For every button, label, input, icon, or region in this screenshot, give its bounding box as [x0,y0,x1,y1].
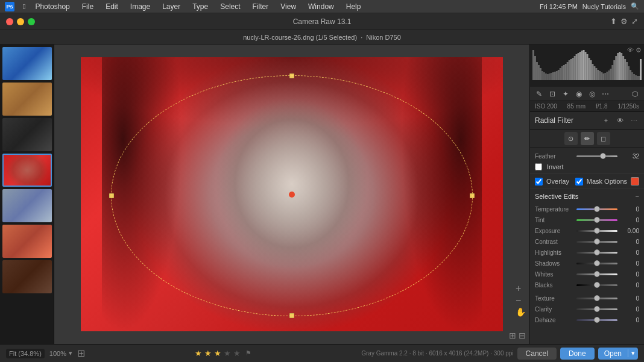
menu-view[interactable]: View [278,1,298,12]
whites-thumb[interactable] [594,271,600,277]
tint-slider-wrap[interactable] [576,216,617,224]
clarity-thumb[interactable] [594,306,600,312]
filmstrip-item[interactable] [2,83,52,116]
menu-filter[interactable]: Filter [250,1,271,12]
temperature-thumb[interactable] [594,206,600,212]
blacks-thumb[interactable] [594,282,600,288]
selective-edits-sliders: Temperature 0 Tint [530,202,644,326]
done-button[interactable]: Done [560,348,595,360]
blacks-slider-wrap[interactable] [576,281,617,289]
texture-slider-wrap[interactable] [576,294,617,302]
star-3[interactable]: ★ [214,349,221,358]
whites-slider-wrap[interactable] [576,270,617,278]
filter-eye-btn[interactable]: 👁 [614,115,625,126]
zoom-in-icon[interactable]: + [516,283,526,294]
filmstrip-item[interactable] [2,47,52,80]
overlay-mask-row: Overlay Mask Options [530,175,644,187]
contrast-thumb[interactable] [594,239,600,245]
zoom-out-icon[interactable]: − [516,295,526,306]
shadows-thumb[interactable] [594,260,600,266]
maximize-button[interactable] [28,18,35,25]
filmstrip-item[interactable] [2,189,52,222]
highlights-thumb[interactable] [594,249,600,255]
exposure-thumb[interactable] [594,228,600,234]
crop-icon[interactable]: ⊡ [547,89,558,99]
more-icon[interactable]: ⋯ [600,89,611,99]
pencil-tool-btn[interactable]: ✏ [581,132,594,145]
mask-color-swatch[interactable] [631,177,639,186]
menu-layer[interactable]: Layer [160,1,183,12]
invert-label[interactable]: Invert [547,163,564,170]
mask-icon[interactable]: ◉ [573,89,584,99]
feather-thumb[interactable] [600,153,606,159]
svg-rect-17 [563,65,565,80]
menu-edit[interactable]: Edit [103,1,121,12]
temperature-slider-wrap[interactable] [576,205,617,213]
status-center: ★ ★ ★ ★ ★ ⚑ [195,349,251,358]
menu-type[interactable]: Type [190,1,210,12]
menu-apple[interactable]:  [23,2,25,11]
texture-thumb[interactable] [594,295,600,301]
brush-tool-btn[interactable]: ⊙ [564,132,578,145]
shadows-slider-wrap[interactable] [576,259,617,267]
minimize-button[interactable] [17,18,24,25]
collapse-icon[interactable]: − [636,193,639,200]
compare-icon[interactable]: ⊟ [519,331,526,340]
filter-more-btn[interactable]: ⋯ [628,115,639,126]
tint-thumb[interactable] [594,217,600,223]
filmstrip-item[interactable] [2,260,52,293]
dehaze-slider-wrap[interactable] [576,316,617,324]
highlights-slider-wrap[interactable] [576,248,617,257]
edit-icon[interactable]: ✎ [534,89,545,99]
star-4[interactable]: ★ [224,349,231,358]
filter-new-btn[interactable]: + [601,115,611,126]
open-dropdown-icon[interactable]: ▾ [628,349,638,357]
invert-checkbox[interactable] [535,163,542,170]
hand-icon[interactable]: ✋ [516,307,526,317]
shutter-speed: 1/1250s [617,103,639,110]
heal-icon[interactable]: ✦ [560,89,571,99]
filmstrip-item-active[interactable] [2,154,52,187]
grid-icon[interactable]: ⊞ [509,331,516,340]
shadows-track [576,263,617,264]
radial-center-dot[interactable] [289,192,295,198]
menu-select[interactable]: Select [218,1,242,12]
dehaze-thumb[interactable] [594,317,600,323]
histogram-settings-icon[interactable]: ⚙ [636,46,642,54]
menu-photoshop[interactable]: Photoshop [33,1,72,12]
flag-icon[interactable]: ⚑ [245,349,251,357]
redeye-icon[interactable]: ◎ [587,89,598,99]
star-2[interactable]: ★ [204,349,212,358]
search-icon[interactable]: 🔍 [631,2,639,10]
eraser-tool-btn[interactable]: ◻ [597,132,610,145]
close-button[interactable] [6,18,13,25]
filmstrip-item[interactable] [2,225,52,258]
star-5[interactable]: ★ [233,349,241,358]
overlay-label[interactable]: Overlay [546,178,569,185]
menu-help[interactable]: Help [344,1,364,12]
selective-edits-header[interactable]: Selective Edits − [530,190,644,202]
star-1[interactable]: ★ [195,349,202,358]
share-icon[interactable]: ⬆ [610,17,617,26]
menu-image[interactable]: Image [128,1,153,12]
highlights-row: Highlights 0 [530,247,644,258]
mask-options-label[interactable]: Mask Options [587,178,627,185]
cancel-button[interactable]: Cancel [517,348,557,360]
exposure-slider-wrap[interactable] [576,226,617,235]
feather-slider-wrap[interactable] [576,152,617,160]
histogram-eye-icon[interactable]: 👁 [627,46,634,54]
contrast-slider-wrap[interactable] [576,237,617,246]
settings-icon[interactable]: ⚙ [620,17,628,26]
filmstrip-item[interactable] [2,118,52,151]
mask-options-checkbox[interactable] [575,178,583,186]
right-expand-icon[interactable]: ⬡ [630,89,640,99]
texture-track [576,298,617,299]
menu-window[interactable]: Window [306,1,336,12]
filmstrip-toggle-icon[interactable]: ⊞ [77,348,85,359]
clarity-slider-wrap[interactable] [576,305,617,313]
overlay-checkbox[interactable] [535,178,543,186]
fullscreen-icon[interactable]: ⤢ [631,17,638,26]
menu-file[interactable]: File [80,1,96,12]
open-button[interactable]: Open [598,348,628,360]
zoom-dropdown-icon[interactable]: ▾ [69,349,72,357]
